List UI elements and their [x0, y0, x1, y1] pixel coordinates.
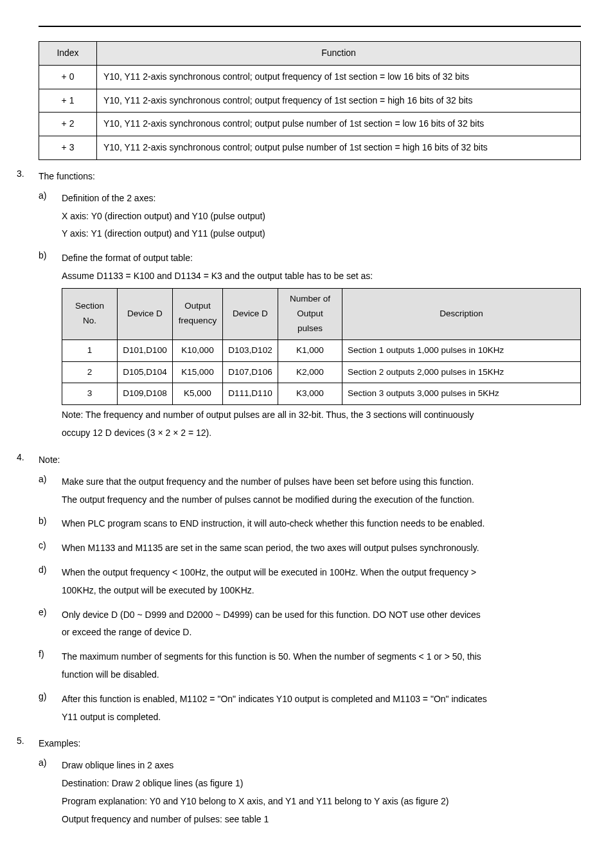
table-row: + 1 Y10, Y11 2-axis synchronous control;… [39, 89, 581, 113]
list-item-4a: a) Make sure that the output frequency a… [39, 472, 581, 511]
cell: K5,000 [173, 383, 223, 405]
m: a) [39, 472, 62, 511]
m: f) [39, 647, 62, 685]
item4-marker: 4. [17, 450, 39, 727]
table-row: 1 D101,D100 K10,000 D103,D102 K1,000 Sec… [62, 339, 581, 361]
list-item-3: 3. The functions: a) Definition of the 2… [17, 167, 581, 444]
item5-title: Examples: [39, 736, 581, 752]
col-function: Function [97, 42, 581, 66]
cell-function: Y10, Y11 2-axis synchronous control; out… [97, 65, 581, 89]
list-item-4f: f) The maximum number of segments for th… [39, 647, 581, 685]
section-table: Section No. Device D Output frequency De… [62, 288, 581, 406]
m: a) [39, 755, 62, 829]
list-item-5: 5. Examples: a) Draw oblique lines in 2 … [17, 734, 581, 829]
t: The maximum number of segments for this … [62, 649, 581, 665]
item3b-note1: Note: The frequency and number of output… [62, 408, 581, 423]
t: Y11 output is completed. [62, 710, 581, 725]
m: c) [39, 538, 62, 559]
t: After this function is enabled, M1102 = … [62, 692, 581, 707]
t: or exceed the range of device D. [62, 625, 581, 640]
cell-index: + 1 [39, 89, 97, 113]
item3a-line1: X axis: Y0 (direction output) and Y10 (p… [62, 209, 581, 224]
t: 100KHz, the output will be executed by 1… [62, 583, 581, 599]
col-device2: Device D [223, 288, 278, 339]
m: e) [39, 605, 62, 644]
list-item-5a: a) Draw oblique lines in 2 axes Destinat… [39, 755, 581, 829]
item3b-assume: Assume D1133 = K100 and D1134 = K3 and t… [62, 269, 581, 284]
cell: D105,D104 [118, 361, 173, 383]
cell: K10,000 [173, 339, 223, 361]
t: When PLC program scans to END instructio… [62, 516, 581, 532]
cell-index: + 2 [39, 113, 97, 136]
cell-desc: Section 3 outputs 3,000 pulses in 5KHz [342, 383, 581, 405]
m: g) [39, 689, 62, 728]
list-item-4e: e) Only device D (D0 ~ D999 and D2000 ~ … [39, 605, 581, 644]
m: d) [39, 563, 62, 601]
t: When the output frequency < 100Hz, the o… [62, 565, 581, 581]
col-outfreq: Output frequency [173, 288, 223, 339]
table-row: 3 D109,D108 K5,000 D111,D110 K3,000 Sect… [62, 383, 581, 405]
list-item-4d: d) When the output frequency < 100Hz, th… [39, 563, 581, 601]
cell-desc: Section 2 outputs 2,000 pulses in 15KHz [342, 361, 581, 383]
item5-marker: 5. [17, 734, 39, 829]
table-row: + 0 Y10, Y11 2-axis synchronous control;… [39, 65, 581, 89]
index-function-table: Index Function + 0 Y10, Y11 2-axis synch… [39, 41, 581, 160]
item4-title: Note: [39, 453, 581, 468]
t: Destination: Draw 2 oblique lines (as fi… [62, 776, 581, 791]
cell: D103,D102 [223, 339, 278, 361]
list-item-4b: b) When PLC program scans to END instruc… [39, 514, 581, 534]
table-row: 2 D105,D104 K15,000 D107,D106 K2,000 Sec… [62, 361, 581, 383]
cell: 2 [62, 361, 118, 383]
t: When M1133 and M1135 are set in the same… [62, 541, 581, 556]
cell: 3 [62, 383, 118, 405]
t: Output frequency and number of pulses: s… [62, 812, 581, 827]
table-header-row: Section No. Device D Output frequency De… [62, 288, 581, 339]
cell-function: Y10, Y11 2-axis synchronous control; out… [97, 113, 581, 136]
col-section: Section No. [62, 288, 118, 339]
item3b-note2: occupy 12 D devices (3 × 2 × 2 = 12). [62, 426, 581, 441]
cell: K15,000 [173, 361, 223, 383]
col-numpulse: Number of Output pulses [278, 288, 342, 339]
table-header-row: Index Function [39, 42, 581, 66]
cell: K1,000 [278, 339, 342, 361]
col-desc: Description [342, 288, 581, 339]
m: b) [39, 514, 62, 534]
cell-function: Y10, Y11 2-axis synchronous control; out… [97, 89, 581, 113]
cell-function: Y10, Y11 2-axis synchronous control; out… [97, 136, 581, 160]
item3-marker: 3. [17, 167, 39, 444]
item3b-title: Define the format of output table: [62, 251, 581, 266]
cell-index: + 0 [39, 65, 97, 89]
list-item-4c: c) When M1133 and M1135 are set in the s… [39, 538, 581, 559]
item3a-marker: a) [39, 188, 62, 244]
cell: D101,D100 [118, 339, 173, 361]
list-item-4g: g) After this function is enabled, M1102… [39, 689, 581, 728]
t: Draw oblique lines in 2 axes [62, 758, 581, 773]
table-row: + 2 Y10, Y11 2-axis synchronous control;… [39, 113, 581, 136]
item3-title: The functions: [39, 169, 581, 185]
list-item-3a: a) Definition of the 2 axes: X axis: Y0 … [39, 188, 581, 244]
cell: K2,000 [278, 361, 342, 383]
col-device1: Device D [118, 288, 173, 339]
t: Make sure that the output frequency and … [62, 475, 581, 490]
t: function will be disabled. [62, 667, 581, 683]
document-page: Index Function + 0 Y10, Y11 2-axis synch… [0, 0, 613, 868]
item3a-line2: Y axis: Y1 (direction output) and Y11 (p… [62, 226, 581, 242]
cell: D111,D110 [223, 383, 278, 405]
t: Program explanation: Y0 and Y10 belong t… [62, 794, 581, 809]
cell: D107,D106 [223, 361, 278, 383]
list-item-3b: b) Define the format of output table: As… [39, 248, 581, 444]
t: Only device D (D0 ~ D999 and D2000 ~ D49… [62, 608, 581, 623]
col-index: Index [39, 42, 97, 66]
cell-index: + 3 [39, 136, 97, 160]
cell: 1 [62, 339, 118, 361]
list-item-4: 4. Note: a) Make sure that the output fr… [17, 450, 581, 727]
cell-desc: Section 1 outputs 1,000 pulses in 10KHz [342, 339, 581, 361]
top-rule [39, 26, 581, 27]
table-row: + 3 Y10, Y11 2-axis synchronous control;… [39, 136, 581, 160]
cell: K3,000 [278, 383, 342, 405]
item3a-title: Definition of the 2 axes: [62, 191, 581, 206]
item3b-marker: b) [39, 248, 62, 444]
t: The output frequency and the number of p… [62, 493, 581, 508]
cell: D109,D108 [118, 383, 173, 405]
